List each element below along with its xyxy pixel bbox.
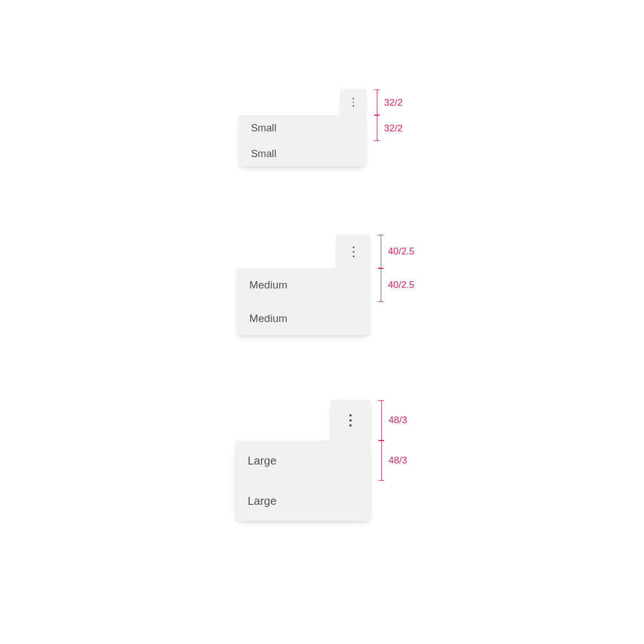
- spec-canvas: Small Small 32/2 32/2 Medium Medium 40/2…: [0, 0, 644, 644]
- menu-medium: Medium Medium: [237, 268, 370, 335]
- example-small: Small Small 32/2 32/2: [239, 115, 366, 167]
- overflow-button-medium[interactable]: [337, 235, 370, 268]
- annotation-label: 48/3: [389, 415, 407, 426]
- kebab-icon: [353, 247, 354, 257]
- menu-item[interactable]: Small: [239, 115, 366, 141]
- menu-item[interactable]: Medium: [237, 268, 370, 302]
- menu-item[interactable]: Large: [235, 481, 371, 521]
- kebab-icon: [353, 98, 354, 107]
- menu-item[interactable]: Small: [239, 141, 366, 167]
- annotation-label: 40/2.5: [388, 280, 414, 291]
- kebab-icon: [349, 414, 351, 426]
- annotation-label: 32/2: [384, 123, 402, 134]
- annotation-label: 32/2: [384, 97, 402, 108]
- example-medium: Medium Medium 40/2.5 40/2.5: [237, 268, 370, 335]
- menu-large: Large Large: [235, 441, 371, 521]
- menu-small: Small Small: [239, 115, 366, 167]
- overflow-button-small[interactable]: [340, 89, 366, 115]
- menu-item[interactable]: Large: [235, 441, 371, 481]
- menu-item[interactable]: Medium: [237, 302, 370, 335]
- annotation-label: 40/2.5: [388, 246, 414, 257]
- example-large: Large Large 48/3 48/3: [235, 441, 371, 521]
- annotation-label: 48/3: [389, 455, 407, 466]
- overflow-button-large[interactable]: [330, 400, 371, 441]
